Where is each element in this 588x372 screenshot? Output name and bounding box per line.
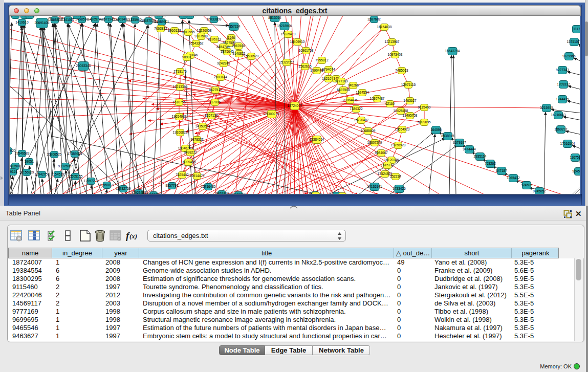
svg-text:7663822: 7663822	[154, 27, 167, 30]
svg-text:13226058: 13226058	[197, 29, 212, 32]
svg-text:4612365: 4612365	[70, 16, 83, 17]
svg-text:19166822: 19166822	[173, 130, 188, 134]
svg-text:847187: 847187	[496, 169, 507, 172]
svg-text:10025458: 10025458	[394, 109, 408, 113]
svg-text:10973403: 10973403	[388, 53, 403, 56]
svg-text:14136141: 14136141	[367, 185, 382, 188]
svg-text:20691406: 20691406	[35, 21, 50, 25]
svg-text:15720407: 15720407	[354, 118, 369, 122]
svg-text:9777169: 9777169	[335, 79, 348, 83]
svg-text:14265799: 14265799	[88, 17, 103, 21]
svg-text:2603144: 2603144	[214, 75, 227, 79]
svg-text:8186323: 8186323	[208, 37, 221, 41]
svg-text:7386322: 7386322	[350, 107, 363, 111]
svg-text:12505135: 12505135	[68, 174, 83, 178]
svg-text:9878332: 9878332	[190, 138, 204, 141]
svg-text:20053346: 20053346	[76, 64, 91, 68]
svg-text:15831819: 15831819	[214, 192, 229, 194]
svg-text:9474444: 9474444	[463, 147, 476, 151]
svg-text:16914479: 16914479	[190, 174, 205, 178]
svg-text:2967608: 2967608	[232, 44, 245, 48]
svg-text:39587039: 39587039	[141, 19, 156, 23]
svg-text:7022674: 7022674	[183, 16, 197, 17]
svg-text:81971316: 81971316	[231, 193, 246, 194]
svg-text:19654923: 19654923	[395, 127, 410, 131]
svg-text:1624554: 1624554	[356, 91, 369, 94]
svg-text:1154519: 1154519	[52, 172, 64, 176]
svg-text:9129966: 9129966	[562, 54, 576, 58]
svg-text:1463627: 1463627	[403, 99, 417, 102]
svg-text:1209332: 1209332	[557, 82, 570, 86]
svg-text:19384554: 19384554	[310, 138, 324, 141]
svg-text:8960128: 8960128	[168, 29, 181, 32]
svg-text:6099695: 6099695	[418, 120, 431, 124]
svg-text:9498222: 9498222	[184, 150, 197, 154]
svg-text:9084067: 9084067	[375, 151, 388, 155]
svg-text:7485063: 7485063	[395, 69, 408, 72]
svg-text:7357224: 7357224	[227, 25, 241, 28]
svg-text:6497508: 6497508	[337, 88, 350, 92]
svg-text:8813054: 8813054	[268, 16, 281, 19]
svg-text:9227343: 9227343	[556, 68, 569, 72]
svg-text:19546683: 19546683	[15, 151, 30, 155]
svg-text:19756928: 19756928	[391, 143, 406, 147]
svg-text:3875645: 3875645	[221, 50, 234, 53]
svg-text:1065412: 1065412	[507, 176, 520, 180]
svg-text:12942757: 12942757	[35, 172, 50, 176]
svg-text:16120746: 16120746	[384, 158, 399, 162]
svg-text:12923488: 12923488	[132, 191, 146, 194]
svg-text:(x): (x)	[129, 232, 137, 240]
svg-text:1615132: 1615132	[381, 163, 394, 167]
svg-text:16154838: 16154838	[377, 25, 392, 29]
svg-text:116753: 116753	[570, 156, 580, 159]
svg-text:9242848: 9242848	[217, 61, 230, 65]
svg-text:98901: 98901	[182, 55, 191, 59]
svg-text:6679197: 6679197	[453, 141, 466, 144]
svg-text:1117: 1117	[573, 27, 580, 31]
svg-text:17359924: 17359924	[68, 152, 82, 156]
svg-text:10958127: 10958127	[100, 183, 115, 187]
svg-text:17957273: 17957273	[84, 179, 99, 183]
svg-text:3341057: 3341057	[61, 18, 75, 21]
svg-text:19218506: 19218506	[277, 24, 292, 28]
svg-text:924505: 924505	[521, 183, 532, 187]
svg-text:2687682: 2687682	[367, 17, 381, 21]
svg-text:2571945: 2571945	[102, 17, 115, 21]
svg-text:18724007: 18724007	[288, 104, 302, 107]
svg-text:18807249: 18807249	[367, 141, 382, 144]
svg-text:2935114: 2935114	[474, 155, 487, 158]
svg-text:1569297: 1569297	[554, 127, 568, 131]
svg-text:8427512: 8427512	[209, 88, 222, 92]
svg-text:15588520: 15588520	[244, 54, 259, 58]
svg-text:17016504: 17016504	[560, 142, 575, 145]
svg-text:16099489: 16099489	[181, 160, 196, 164]
svg-text:1733426: 1733426	[393, 187, 406, 190]
svg-text:19654983: 19654983	[172, 115, 187, 118]
svg-text:25300275: 25300275	[265, 112, 279, 116]
svg-text:4335942: 4335942	[128, 18, 142, 21]
svg-text:1610755: 1610755	[172, 100, 186, 104]
svg-text:4903402: 4903402	[116, 17, 129, 21]
svg-text:12156829: 12156829	[19, 170, 34, 174]
svg-text:164095: 164095	[430, 128, 442, 132]
svg-text:1419610: 1419610	[15, 20, 29, 24]
svg-text:8785001: 8785001	[10, 164, 22, 168]
svg-text:9245012: 9245012	[572, 169, 580, 173]
svg-text:42868828: 42868828	[48, 18, 62, 21]
svg-text:16543362: 16543362	[189, 41, 204, 45]
svg-text:12975115: 12975115	[401, 83, 416, 86]
svg-text:8938915: 8938915	[441, 134, 454, 138]
svg-text:10307487: 10307487	[370, 97, 385, 100]
svg-text:15751074: 15751074	[567, 40, 580, 43]
svg-text:62160: 62160	[385, 102, 395, 105]
svg-text:89089901: 89089901	[155, 20, 169, 24]
svg-text:1546: 1546	[228, 36, 235, 39]
svg-text:93975867: 93975867	[58, 164, 73, 168]
svg-text:9327508: 9327508	[194, 34, 208, 38]
svg-text:13495758: 13495758	[403, 114, 418, 117]
svg-text:2718176: 2718176	[173, 70, 187, 73]
svg-text:10688609: 10688609	[361, 129, 376, 133]
svg-text:16643794: 16643794	[445, 49, 460, 53]
svg-text:762540: 762540	[310, 193, 321, 194]
svg-text:39151: 39151	[10, 170, 17, 173]
